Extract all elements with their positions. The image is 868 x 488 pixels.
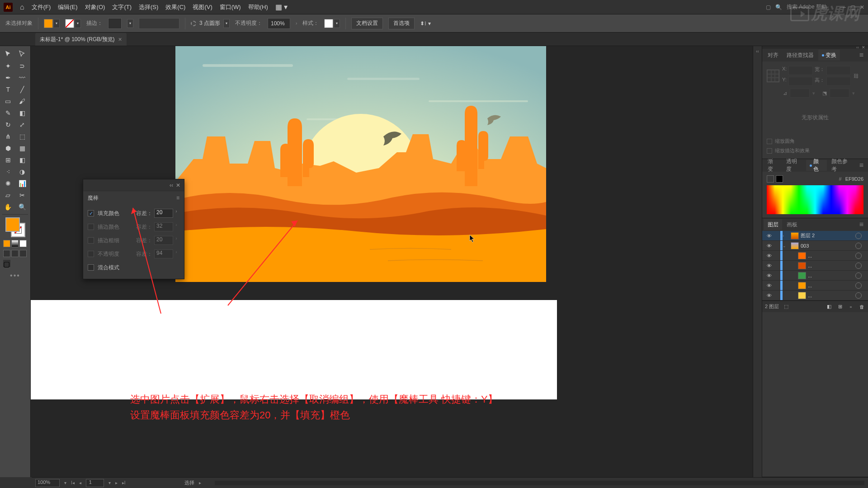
preferences-button[interactable]: 首选项 xyxy=(388,18,415,29)
lasso-tool[interactable]: ⊃ xyxy=(16,61,29,71)
none-mode-icon[interactable] xyxy=(19,240,27,247)
tab-color-guide[interactable]: 颜色参考 xyxy=(828,160,855,171)
stroke-profile[interactable] xyxy=(139,18,179,29)
locate-layer-icon[interactable]: ⬚ xyxy=(783,303,790,310)
brush-label[interactable]: 3 点圆形 xyxy=(199,19,220,27)
target-icon[interactable] xyxy=(855,292,862,299)
screen-mode[interactable]: ▢ xyxy=(3,260,10,267)
scale-tool[interactable]: ⤢ xyxy=(16,119,29,130)
menu-object[interactable]: 对象(O) xyxy=(85,3,105,11)
fill-stroke-indicator[interactable] xyxy=(5,217,25,237)
shape-builder-tool[interactable]: ⬢ xyxy=(1,143,15,154)
stroke-weight-input[interactable] xyxy=(108,18,122,29)
slice-tool[interactable]: ✂ xyxy=(16,190,29,201)
gradient-tool[interactable]: ◧ xyxy=(16,155,29,165)
free-transform-tool[interactable]: ⬚ xyxy=(16,131,29,142)
shaper-tool[interactable]: ✎ xyxy=(1,108,15,118)
artboard-dropdown-icon[interactable]: ▾ xyxy=(108,480,111,485)
visibility-icon[interactable]: 👁 xyxy=(764,273,774,278)
align-icon[interactable]: ⬍⁞ ▾ xyxy=(420,20,430,27)
tab-close-icon[interactable]: × xyxy=(118,36,122,43)
horizontal-scrollbar[interactable] xyxy=(215,481,864,485)
graphic-style-swatch[interactable] xyxy=(324,19,333,28)
new-layer-icon[interactable]: ▫ xyxy=(847,303,854,310)
panel-drag-header[interactable]: ‹‹✕ xyxy=(83,179,184,191)
selection-tool[interactable] xyxy=(1,49,15,60)
visibility-icon[interactable]: 👁 xyxy=(764,243,774,249)
scale-strokes-checkbox[interactable] xyxy=(767,148,772,154)
visibility-icon[interactable]: 👁 xyxy=(764,263,774,268)
y-input[interactable] xyxy=(788,77,813,86)
visibility-icon[interactable]: 👁 xyxy=(764,293,774,298)
layer-row[interactable]: 👁... xyxy=(762,261,868,271)
tab-pathfinder[interactable]: 路径查找器 xyxy=(783,50,817,61)
symbol-tool[interactable]: ✺ xyxy=(1,178,15,189)
zoom-level-input[interactable]: 100% xyxy=(35,479,60,487)
right-collapse-strip[interactable]: ‹‹ xyxy=(753,46,762,477)
graph-tool[interactable]: 📊 xyxy=(16,178,29,189)
paintbrush-tool[interactable]: 🖌 xyxy=(16,96,29,107)
draw-mode-behind[interactable] xyxy=(11,250,19,257)
opacity-arrow[interactable]: › xyxy=(296,21,297,26)
doc-setup-button[interactable]: 文档设置 xyxy=(351,18,383,29)
layer-row[interactable]: 👁›图层 2 xyxy=(762,231,868,241)
reference-point-grid[interactable] xyxy=(767,70,779,82)
stroke-weight-checkbox[interactable] xyxy=(88,237,94,244)
link-wh-icon[interactable]: ⛓ xyxy=(854,73,859,79)
visibility-icon[interactable]: 👁 xyxy=(764,233,774,239)
draw-mode-inside[interactable] xyxy=(19,250,27,257)
expand-icon[interactable]: ⌄ xyxy=(783,244,789,248)
tab-artboards[interactable]: 画板 xyxy=(783,219,801,230)
tab-color[interactable]: 颜色 xyxy=(806,160,827,171)
layer-row[interactable]: 👁... xyxy=(762,281,868,291)
tab-gradient[interactable]: 渐变 xyxy=(764,160,782,171)
zoom-dropdown-icon[interactable]: ▾ xyxy=(64,480,66,485)
stroke-color-swatch[interactable] xyxy=(65,19,74,28)
rectangle-tool[interactable]: ▭ xyxy=(1,96,15,107)
delete-layer-icon[interactable]: 🗑 xyxy=(858,303,865,310)
rotate-input[interactable] xyxy=(790,89,810,98)
artboard-tool[interactable]: ▱ xyxy=(1,190,15,201)
line-tool[interactable]: ╱ xyxy=(16,84,29,95)
color-none-icon[interactable] xyxy=(767,175,774,183)
panel-close-icon[interactable]: ✕ xyxy=(176,182,180,188)
shear-input[interactable] xyxy=(830,89,849,98)
menu-view[interactable]: 视图(V) xyxy=(193,3,212,11)
transform-menu-icon[interactable]: ≡ xyxy=(857,51,866,59)
hand-tool[interactable]: ✋ xyxy=(1,202,15,212)
layer-row[interactable]: 👁⌄003 xyxy=(762,241,868,251)
stroke-dropdown[interactable]: ▾ xyxy=(75,19,81,28)
home-icon[interactable]: ⌂ xyxy=(20,3,24,11)
edit-toolbar-icon[interactable]: ••• xyxy=(1,272,29,280)
tab-layers[interactable]: 图层 xyxy=(764,219,782,230)
document-tab[interactable]: 未标题-1* @ 100% (RGB/预览) × xyxy=(35,33,127,46)
layer-row[interactable]: 👁... xyxy=(762,251,868,261)
pen-tool[interactable]: ✒ xyxy=(1,72,15,83)
fill-color-swatch[interactable] xyxy=(44,19,53,28)
rotate-tool[interactable]: ↻ xyxy=(1,119,15,130)
arrange-icon[interactable]: ▦ ▾ xyxy=(275,3,288,11)
visibility-icon[interactable]: 👁 xyxy=(764,253,774,258)
target-icon[interactable] xyxy=(855,282,862,289)
target-icon[interactable] xyxy=(855,263,862,269)
gradient-mode-icon[interactable] xyxy=(11,240,19,247)
type-tool[interactable]: T xyxy=(1,84,15,95)
target-icon[interactable] xyxy=(855,253,862,259)
clip-mask-icon[interactable]: ◧ xyxy=(826,303,833,310)
menu-help[interactable]: 帮助(H) xyxy=(248,3,268,11)
width-tool[interactable]: ⋔ xyxy=(1,131,15,142)
stroke-weight-dropdown[interactable]: ▾ xyxy=(127,19,133,28)
brush-dropdown[interactable]: ▾ xyxy=(223,19,230,28)
blend-mode-checkbox[interactable] xyxy=(88,264,94,271)
color-spectrum[interactable] xyxy=(767,185,863,214)
panel-menu-icon[interactable]: ≡ xyxy=(176,195,179,201)
tab-align[interactable]: 对齐 xyxy=(764,50,782,61)
fill-swatch[interactable] xyxy=(5,217,20,232)
layers-menu-icon[interactable]: ≡ xyxy=(857,221,866,229)
layer-row[interactable]: 👁... xyxy=(762,291,868,300)
zoom-tool[interactable]: 🔍 xyxy=(16,202,29,212)
tool-mode-arrow[interactable]: ▸ xyxy=(199,480,201,485)
new-sublayer-icon[interactable]: ⊞ xyxy=(836,303,844,310)
direct-selection-tool[interactable] xyxy=(16,49,29,60)
fill-color-checkbox[interactable] xyxy=(88,210,94,216)
